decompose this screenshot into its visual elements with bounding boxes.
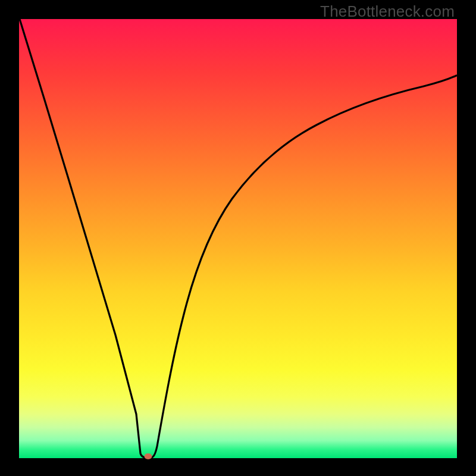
watermark-text: TheBottleneck.com <box>320 2 455 21</box>
curve-left-branch <box>20 19 146 458</box>
plot-area <box>19 19 457 458</box>
curve-right-branch <box>151 76 456 458</box>
chart-frame: TheBottleneck.com <box>0 0 476 476</box>
minimum-marker <box>145 453 152 459</box>
bottleneck-curve <box>19 19 457 458</box>
